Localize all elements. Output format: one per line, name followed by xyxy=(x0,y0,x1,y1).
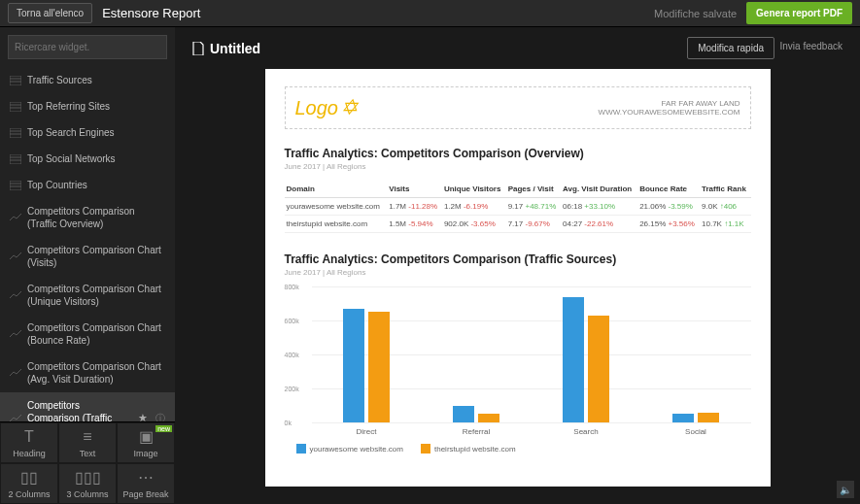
bar xyxy=(563,297,584,423)
letterhead-land: FAR FAR AWAY LAND xyxy=(599,99,740,108)
x-label: Social xyxy=(672,427,719,436)
widget-icon xyxy=(10,128,21,138)
table-header: Bounce Rate xyxy=(637,181,700,198)
table-header: Visits xyxy=(387,181,442,198)
bar xyxy=(588,316,609,422)
section2-sub: June 2017 | All Regions xyxy=(285,268,751,277)
widget-item[interactable]: Competitors Comparison Chart (Unique Vis… xyxy=(0,276,175,315)
widget-icon xyxy=(10,368,21,378)
widget-item[interactable]: Competitors Comparison (Traffic Sources)… xyxy=(0,392,175,421)
svg-rect-0 xyxy=(10,76,21,85)
letterhead: Logo✡ FAR FAR AWAY LAND WWW.YOURAWESOMEW… xyxy=(285,86,751,129)
search-input[interactable] xyxy=(8,35,167,59)
widget-icon xyxy=(10,154,21,164)
app-title: Estensore Report xyxy=(102,6,200,20)
report-page: Logo✡ FAR FAR AWAY LAND WWW.YOURAWESOMEW… xyxy=(265,69,771,487)
topbar: Torna all'elenco Estensore Report Modifi… xyxy=(0,0,860,27)
widget-icon xyxy=(10,76,21,85)
back-button[interactable]: Torna all'elenco xyxy=(8,3,92,23)
widget-item[interactable]: Competitors Comparison (Traffic Overview… xyxy=(0,198,175,237)
table-header: Traffic Rank xyxy=(700,181,750,198)
svg-rect-9 xyxy=(10,154,21,164)
widget-item[interactable]: Top Referring Sites xyxy=(0,93,175,119)
star-icon[interactable]: ★ xyxy=(138,411,148,421)
table-header: Unique Visitors xyxy=(442,181,506,198)
table-row: theirstupid website.com1.5M -5.94%902.0K… xyxy=(285,216,751,233)
section2-title: Traffic Analytics: Competitors Compariso… xyxy=(285,252,751,266)
table-header: Domain xyxy=(285,181,388,198)
table-header: Pages / Visit xyxy=(506,181,561,198)
generate-pdf-button[interactable]: Genera report PDF xyxy=(746,2,852,24)
widget-icon xyxy=(10,290,21,300)
widget-item[interactable]: Traffic Sources xyxy=(0,67,175,93)
x-label: Referral xyxy=(453,427,499,436)
legend-swatch-2 xyxy=(421,444,430,454)
speaker-icon[interactable]: 🔈 xyxy=(837,481,854,498)
table-header: Avg. Visit Duration xyxy=(561,181,637,198)
tool-pagebreak[interactable]: ⋯Page Break xyxy=(117,463,175,504)
sidebar: Traffic SourcesTop Referring SitesTop Se… xyxy=(0,27,175,504)
bar xyxy=(368,312,390,422)
tool-3columns[interactable]: ▯▯▯3 Columns xyxy=(58,463,117,504)
svg-rect-3 xyxy=(10,102,21,112)
widget-list: Traffic SourcesTop Referring SitesTop Se… xyxy=(0,67,175,421)
bar xyxy=(478,414,499,422)
section1-title: Traffic Analytics: Competitors Compariso… xyxy=(285,147,751,160)
logo: Logo✡ xyxy=(295,95,359,120)
document-icon xyxy=(192,42,204,55)
widget-item[interactable]: Top Countries xyxy=(0,172,175,198)
bar xyxy=(698,413,719,423)
widget-item[interactable]: Competitors Comparison Chart (Bounce Rat… xyxy=(0,315,175,353)
widget-icon xyxy=(10,102,21,112)
content-area: Invia feedback Untitled Modifica rapida … xyxy=(175,27,860,504)
widget-icon xyxy=(10,213,21,222)
bottom-tools: THeading ≡Text new▣Image ▯▯2 Columns ▯▯▯… xyxy=(0,421,175,504)
x-label: Direct xyxy=(343,427,390,436)
table-row: yourawesome website.com1.7M -11.28%1.2M … xyxy=(285,198,751,216)
widget-icon xyxy=(10,414,21,422)
info-icon[interactable]: ⓘ xyxy=(155,412,165,421)
widget-icon xyxy=(10,181,21,190)
tool-image[interactable]: new▣Image xyxy=(117,422,175,463)
widget-item[interactable]: Top Social Networks xyxy=(0,146,175,172)
chart-legend: yourawesome website.com theirstupid webs… xyxy=(296,444,751,454)
bar xyxy=(672,414,694,422)
x-label: Search xyxy=(563,427,609,436)
tool-text[interactable]: ≡Text xyxy=(58,422,117,463)
widget-item[interactable]: Competitors Comparison Chart (Avg. Visit… xyxy=(0,353,175,392)
bar xyxy=(453,406,474,423)
tool-2columns[interactable]: ▯▯2 Columns xyxy=(0,463,58,504)
feedback-link[interactable]: Invia feedback xyxy=(780,41,843,51)
bar xyxy=(343,309,364,422)
tool-heading[interactable]: THeading xyxy=(0,422,58,463)
page-title: Untitled xyxy=(192,41,260,56)
star-icon: ✡ xyxy=(340,95,358,120)
quick-edit-button[interactable]: Modifica rapida xyxy=(687,37,774,59)
traffic-sources-chart: 0k200k400k600k800kDirectReferralSearchSo… xyxy=(312,286,751,422)
section1-sub: June 2017 | All Regions xyxy=(285,162,751,171)
svg-rect-6 xyxy=(10,128,21,138)
widget-icon xyxy=(10,252,21,261)
svg-rect-12 xyxy=(10,181,21,190)
legend-swatch-1 xyxy=(296,444,306,454)
comparison-table: DomainVisitsUnique VisitorsPages / Visit… xyxy=(285,181,751,233)
widget-icon xyxy=(10,329,21,339)
letterhead-site: WWW.YOURAWESOMEWEBSITE.COM xyxy=(599,108,740,117)
saved-status: Modifiche salvate xyxy=(654,8,737,19)
widget-item[interactable]: Competitors Comparison Chart (Visits) xyxy=(0,237,175,276)
widget-item[interactable]: Top Search Engines xyxy=(0,119,175,146)
